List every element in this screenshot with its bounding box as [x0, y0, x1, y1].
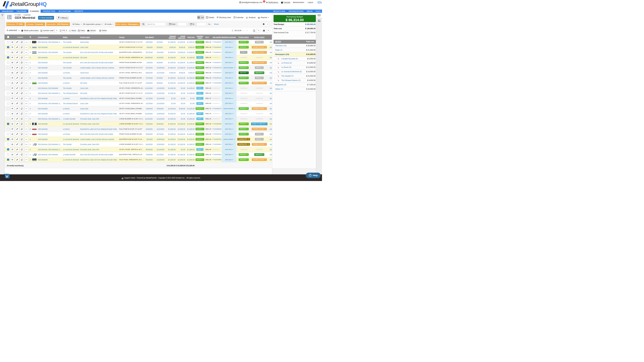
svg-text:?: ? [310, 174, 310, 176]
